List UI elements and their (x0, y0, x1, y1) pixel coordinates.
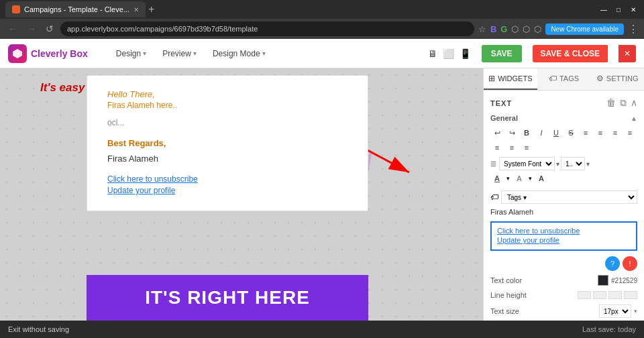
window-controls: — □ ✕ (598, 4, 639, 15)
promo-banner: IT'S RIGHT HERE (87, 275, 368, 321)
selected-link2[interactable]: Update your profile (497, 236, 631, 244)
text-color-value: #212529 (598, 275, 637, 286)
align-center-btn[interactable]: ≡ (594, 126, 607, 139)
collapse-section-btn[interactable]: ∧ (631, 97, 637, 109)
forward-btn[interactable]: → (24, 22, 39, 36)
email-unsubscribe-link[interactable]: Click here to unsubscribe (107, 174, 347, 184)
email-signature: Firas Alameh (107, 154, 347, 164)
logo-text: Cleverly Box (31, 48, 88, 59)
alert-bubble[interactable]: ! (623, 256, 637, 271)
indent-btn[interactable]: ≡ (490, 141, 504, 154)
logo-area: Cleverly Box (8, 44, 88, 63)
app-header: Cleverly Box Design ▾ Preview ▾ Design M… (0, 39, 644, 68)
color-arrow2[interactable]: ▾ (529, 175, 532, 182)
highlight-color-btn[interactable]: A (513, 172, 526, 185)
text-color-prop: Text color #212529 (490, 275, 637, 286)
last-save-text: Last save: today (582, 325, 636, 333)
save-close-btn[interactable]: SAVE & CLOSE (533, 45, 608, 62)
line-height-opt3[interactable] (608, 291, 622, 299)
general-subsection: General ▲ (490, 114, 637, 122)
list-btn[interactable]: ≡ (520, 141, 533, 154)
extension-icon1[interactable]: B (490, 24, 496, 34)
font-size-dropdown: ▾ (556, 160, 559, 168)
browser-titlebar: Campaigns - Template - Cleve... ✕ + — □ … (0, 0, 644, 19)
extension-icon2[interactable]: G (500, 24, 507, 34)
panel-content: TEXT 🗑 ⧉ ∧ General ▲ ↩ ↪ B I U S ≡ (484, 91, 644, 321)
right-panel: ⊞ WIDGETS 🏷 TAGS ⚙ SETTING TEXT 🗑 ⧉ ∧ (483, 68, 644, 321)
desktop-icon[interactable]: 🖥 (428, 48, 437, 59)
font-size-select[interactable]: 1... (561, 157, 585, 170)
save-btn[interactable]: SAVE (482, 45, 522, 62)
align-left-btn[interactable]: ≡ (579, 126, 592, 139)
strikethrough-btn[interactable]: S (564, 126, 578, 139)
tab-close-btn[interactable]: ✕ (133, 6, 139, 13)
new-tab-btn[interactable]: + (148, 4, 154, 15)
refresh-btn[interactable]: ↺ (43, 22, 56, 36)
bubble-row: ? ! (490, 256, 637, 271)
extension-icon5[interactable]: ⬡ (534, 24, 541, 34)
new-chrome-btn[interactable]: New Chrome available (545, 23, 624, 35)
delete-section-btn[interactable]: 🗑 (606, 97, 616, 109)
list-indent-icon: ☰ (490, 160, 496, 168)
logo-icon (8, 44, 27, 63)
align-right-btn[interactable]: ≡ (608, 126, 622, 139)
redo-btn[interactable]: ↪ (505, 126, 519, 139)
tab-bar: Campaigns - Template - Cleve... ✕ + (5, 1, 154, 17)
url-text: app.cleverlybox.com/campaigns/6697bd39b7… (67, 25, 258, 33)
active-tab[interactable]: Campaigns - Template - Cleve... ✕ (5, 1, 146, 17)
back-btn[interactable]: ← (5, 22, 20, 36)
align-justify-btn[interactable]: ≡ (623, 126, 637, 139)
copy-section-btn[interactable]: ⧉ (620, 97, 627, 109)
selected-text-box: Click here to unsubscribe Update your pr… (490, 221, 637, 251)
font-size-arrows: ▾ (586, 160, 590, 168)
line-height-opt1[interactable] (578, 291, 591, 299)
setting-icon: ⚙ (596, 74, 604, 83)
section-title: TEXT (490, 99, 512, 107)
panel-tabs: ⊞ WIDGETS 🏷 TAGS ⚙ SETTING (484, 68, 644, 91)
tab-widgets[interactable]: ⊞ WIDGETS (484, 68, 537, 90)
address-actions: ☆ B G ⬡ ⬡ ⬡ New Chrome available ⋮ (478, 23, 639, 36)
tablet-icon[interactable]: ⬜ (443, 48, 454, 59)
maximize-btn[interactable]: □ (613, 4, 624, 15)
text-size-arrow: ▾ (634, 308, 637, 315)
font-family-select[interactable]: System Font (499, 157, 555, 170)
close-btn[interactable]: ✕ (619, 45, 636, 62)
text-color-btn[interactable]: A (490, 172, 504, 185)
email-update-profile-link[interactable]: Update your profile (107, 186, 347, 195)
color-arrow1[interactable]: ▾ (506, 175, 510, 182)
exit-without-saving-btn[interactable]: Exit without saving (8, 325, 69, 333)
email-sender-name: Firas Alameh here.. (107, 101, 347, 110)
design-mode-menu-btn[interactable]: Design Mode ▾ (206, 46, 272, 62)
text-color-swatch[interactable] (598, 275, 608, 286)
main-layout: It's easy to add subscribe button here h… (0, 68, 644, 321)
bold-btn[interactable]: B (520, 126, 533, 139)
line-height-opt4[interactable] (624, 291, 637, 299)
outdent-btn[interactable]: ≡ (505, 141, 519, 154)
italic-btn[interactable]: I (535, 126, 548, 139)
minimize-btn[interactable]: — (598, 4, 609, 15)
tab-tags[interactable]: 🏷 TAGS (537, 68, 591, 90)
general-chevron[interactable]: ▲ (631, 115, 637, 122)
text-size-select[interactable]: 17px (599, 304, 631, 318)
mobile-icon[interactable]: 📱 (460, 48, 471, 59)
bookmark-icon[interactable]: ☆ (478, 24, 486, 34)
font-style-btn[interactable]: A (535, 172, 548, 185)
url-bar[interactable]: app.cleverlybox.com/campaigns/6697bd39b7… (60, 21, 474, 36)
tags-select[interactable]: Tags ▾ (501, 190, 637, 204)
tags-icon: 🏷 (549, 74, 557, 83)
extension-icon4[interactable]: ⬡ (523, 24, 530, 34)
extension-icon3[interactable]: ⬡ (511, 24, 519, 34)
text-size-label: Text size (490, 307, 544, 315)
preview-dropdown-arrow: ▾ (193, 50, 197, 57)
close-window-btn[interactable]: ✕ (628, 4, 639, 15)
selected-link1[interactable]: Click here to unsubscribe (497, 227, 631, 235)
underline-btn[interactable]: U (549, 126, 563, 139)
line-height-opt2[interactable] (593, 291, 606, 299)
more-options-icon[interactable]: ⋮ (628, 23, 639, 36)
email-body-truncated: ocl... (107, 118, 347, 127)
undo-btn[interactable]: ↩ (490, 126, 504, 139)
design-menu-btn[interactable]: Design ▾ (109, 46, 153, 62)
preview-menu-btn[interactable]: Preview ▾ (156, 46, 203, 62)
tab-setting[interactable]: ⚙ SETTING (590, 68, 644, 90)
info-bubble[interactable]: ? (605, 256, 620, 271)
